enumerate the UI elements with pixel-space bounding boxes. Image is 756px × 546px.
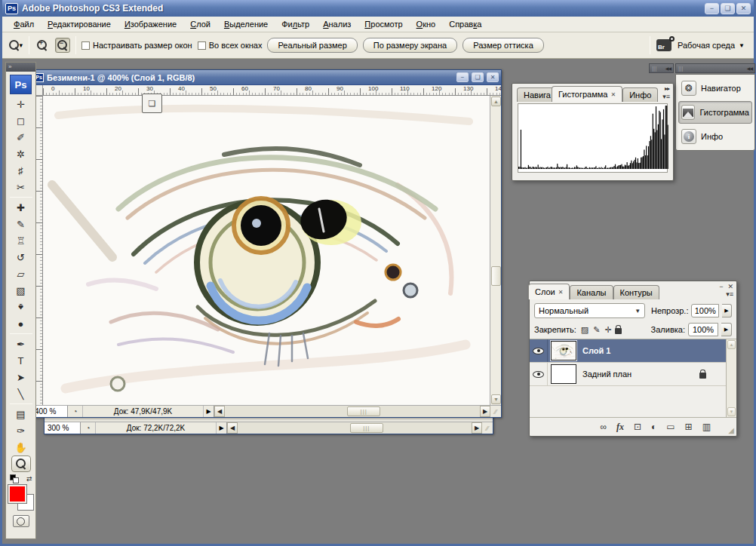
- layer-row-layer-1[interactable]: Слой 1: [530, 339, 726, 363]
- collapse-arrows-icon[interactable]: ◀◀: [747, 66, 752, 71]
- doc-restore-button[interactable]: ❏: [472, 72, 484, 82]
- opacity-slider-button[interactable]: ▶: [722, 304, 732, 317]
- tool-magic-wand[interactable]: ✲: [11, 146, 31, 162]
- panel-tab-channels[interactable]: Каналы: [570, 285, 613, 299]
- quick-mask-button[interactable]: [13, 515, 29, 527]
- resize-windows-checkbox[interactable]: [81, 41, 90, 50]
- tool-eyedropper[interactable]: ✑: [11, 422, 31, 439]
- layers-footer-button-link-layers[interactable]: ∞: [600, 422, 607, 432]
- doc2-zoom-field[interactable]: 300 %: [45, 422, 81, 434]
- scroll-up-button[interactable]: ▲: [491, 97, 501, 106]
- lock-icon-lock-pixels[interactable]: ✎: [593, 325, 600, 335]
- histogram-panel[interactable]: ▸▸ ▾≡ Навига Гистограмма ✕ Инфо: [512, 83, 674, 181]
- lock-all-icon[interactable]: [615, 328, 622, 334]
- menu-item-filter[interactable]: Фильтр: [275, 17, 316, 31]
- tool-type[interactable]: T: [11, 352, 31, 369]
- tab-close-icon[interactable]: ✕: [610, 91, 616, 98]
- status-popup-arrow[interactable]: ▶: [204, 406, 214, 417]
- scroll-right-button[interactable]: ▶: [480, 406, 490, 417]
- tool-path-selection[interactable]: ➤: [11, 369, 31, 385]
- tool-zoom[interactable]: [11, 456, 31, 472]
- tool-burn[interactable]: ●: [11, 315, 31, 332]
- menu-item-image[interactable]: Изображение: [118, 17, 183, 31]
- panel-tab-info[interactable]: Инфо: [622, 87, 658, 102]
- panel-menu-icon[interactable]: ▾≡: [726, 290, 733, 298]
- actual-pixels-button[interactable]: Реальный размер: [267, 38, 357, 53]
- layers-footer-button-delete-layer[interactable]: ▥: [702, 422, 711, 432]
- foreground-color-swatch[interactable]: [8, 485, 26, 503]
- scroll-down-button[interactable]: ▼: [491, 394, 501, 404]
- tool-gradient[interactable]: ▧: [11, 282, 31, 299]
- scroll-left-button[interactable]: ◀: [227, 422, 238, 434]
- menu-item-analysis[interactable]: Анализ: [316, 17, 358, 31]
- resize-grip[interactable]: ⁄⁄: [482, 422, 493, 434]
- doc-titlebar[interactable]: Ps Безимени-1 @ 400% (Слой 1, RGB/8) − ❏…: [32, 70, 501, 85]
- resize-windows-checkbox-row[interactable]: Настраивать размер окон: [81, 41, 192, 50]
- menu-item-window[interactable]: Окно: [410, 17, 443, 31]
- resize-grip[interactable]: ⁄⁄: [490, 406, 501, 417]
- scroll-right-button[interactable]: ▶: [472, 422, 482, 434]
- menu-item-layer[interactable]: Слой: [183, 17, 217, 31]
- print-size-button[interactable]: Размер оттиска: [463, 38, 544, 53]
- menu-item-help[interactable]: Справка: [442, 17, 488, 31]
- restore-button[interactable]: ❏: [721, 3, 735, 14]
- menu-item-view[interactable]: Просмотр: [358, 17, 409, 31]
- menu-item-edit[interactable]: Редактирование: [41, 17, 118, 31]
- panel-menu-icon[interactable]: ▾≡: [662, 93, 670, 100]
- tool-blur[interactable]: ♠: [11, 299, 31, 315]
- visibility-toggle[interactable]: [530, 339, 548, 362]
- default-colors-icon[interactable]: [10, 474, 19, 483]
- all-windows-checkbox-row[interactable]: Во всех окнах: [198, 41, 263, 50]
- menu-item-select[interactable]: Выделение: [217, 17, 275, 31]
- tool-notes[interactable]: ▤: [11, 406, 31, 422]
- layers-panel[interactable]: − ✕ ▾≡ Слои ✕ Каналы Контуры Нормальный …: [529, 281, 737, 437]
- fit-screen-button[interactable]: По размеру экрана: [363, 38, 457, 53]
- scroll-left-button[interactable]: ◀: [214, 406, 225, 417]
- horizontal-scrollbar[interactable]: |||: [238, 422, 472, 434]
- zoom-tool-preset[interactable]: ▾: [8, 38, 23, 53]
- tab-close-icon[interactable]: ✕: [558, 289, 564, 296]
- tool-spot-healing-brush[interactable]: ✚: [11, 199, 31, 216]
- layers-footer-button-layer-style[interactable]: fx: [616, 422, 624, 433]
- tool-history-brush[interactable]: ↺: [11, 249, 31, 265]
- dock-header-wide[interactable]: ||| ◀◀: [675, 63, 755, 73]
- all-windows-checkbox[interactable]: [198, 41, 206, 50]
- panel-tab-layers[interactable]: Слои ✕: [528, 284, 570, 299]
- toolbar-collapse[interactable]: »: [6, 63, 35, 72]
- visibility-toggle[interactable]: [530, 363, 548, 385]
- layers-footer-button-layer-mask[interactable]: ⊡: [634, 422, 641, 432]
- doc-close-button[interactable]: ✕: [487, 72, 499, 82]
- dock-button-info[interactable]: i Инфо: [678, 125, 752, 148]
- tool-crop[interactable]: ♯: [11, 162, 31, 179]
- scroll-up-button[interactable]: ▲: [727, 340, 736, 349]
- bridge-button[interactable]: Br: [656, 39, 671, 51]
- collapse-arrows-icon[interactable]: ◀◀: [665, 66, 671, 71]
- tool-move[interactable]: ✛: [11, 96, 31, 112]
- vertical-scrollbar[interactable]: ▲ ▼: [490, 96, 501, 405]
- tool-rectangular-marquee[interactable]: ◻: [11, 112, 31, 129]
- layers-scrollbar[interactable]: ▲ ▼: [726, 339, 736, 417]
- resize-grip[interactable]: ◢: [728, 426, 734, 434]
- swap-colors-icon[interactable]: ⇄: [26, 475, 32, 483]
- close-button[interactable]: ✕: [736, 3, 751, 14]
- fill-value[interactable]: 100%: [688, 323, 718, 336]
- doc-minimize-button[interactable]: −: [456, 72, 469, 82]
- layer-thumbnail[interactable]: [551, 364, 576, 384]
- blend-mode-select[interactable]: Нормальный ▼: [534, 303, 645, 318]
- vscroll-thumb[interactable]: [491, 266, 501, 286]
- status-popup-arrow[interactable]: ▶: [217, 422, 227, 434]
- panel-tab-paths[interactable]: Контуры: [613, 285, 659, 299]
- tool-lasso[interactable]: ✐: [11, 129, 31, 146]
- layer-thumbnail[interactable]: [551, 341, 576, 360]
- tool-pen[interactable]: ✒: [11, 336, 31, 352]
- tool-line[interactable]: ╲: [11, 385, 31, 402]
- fill-slider-button[interactable]: ▶: [721, 323, 732, 336]
- tool-hand[interactable]: ✋: [11, 439, 31, 456]
- dock-button-navigator[interactable]: ❂ Навигатор: [678, 77, 752, 100]
- document-window[interactable]: Ps Безимени-1 @ 400% (Слой 1, RGB/8) − ❏…: [31, 69, 502, 418]
- histogram-refresh-button[interactable]: ❏: [142, 94, 162, 113]
- menu-item-file[interactable]: Файл: [7, 17, 41, 31]
- workspace-menu[interactable]: Рабочая среда ▼: [678, 41, 748, 50]
- layer-row-background[interactable]: Задний план: [530, 363, 726, 386]
- layers-footer-button-adjustment-layer[interactable]: ◐: [651, 422, 656, 432]
